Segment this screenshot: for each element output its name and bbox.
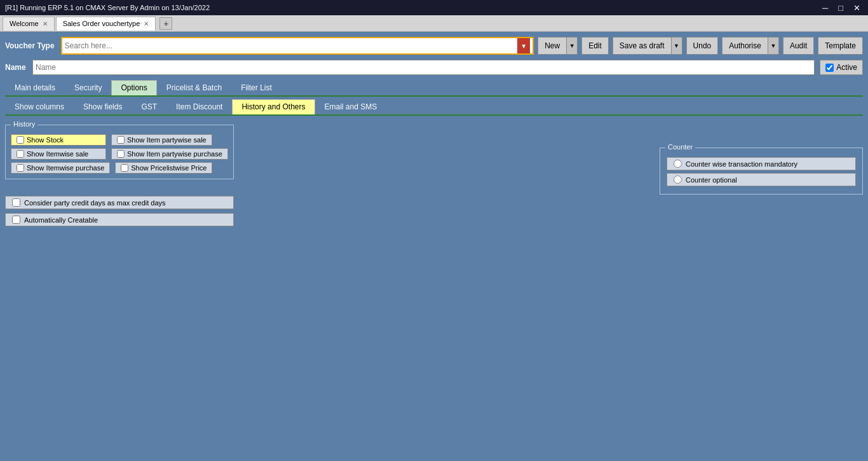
minimize-button[interactable]: ─	[820, 3, 831, 13]
cb-show-stock-input[interactable]	[17, 136, 24, 144]
cb-consider-party-credit-input[interactable]	[12, 198, 20, 207]
tab-welcome-close[interactable]: ✕	[43, 20, 48, 27]
left-panel: History Show Stock Show Item partywise s…	[5, 122, 649, 230]
tab-welcome[interactable]: Welcome ✕	[3, 17, 55, 31]
bottom-checks: Consider party credit days as max credit…	[5, 196, 649, 226]
name-label: Name	[5, 63, 27, 72]
save-as-draft-group: Save as draft ▼	[613, 37, 682, 55]
cb-auto-creatable[interactable]: Automatically Creatable	[5, 213, 234, 226]
cb-show-itemwise-sale-input[interactable]	[17, 150, 24, 158]
authorise-button[interactable]: Authorise	[722, 37, 768, 55]
cb-show-item-partywise-purchase-input[interactable]	[117, 150, 125, 158]
cb-show-itemwise-sale-label: Show Itemwise sale	[27, 150, 88, 158]
radio-counter-optional[interactable]: Counter optional	[667, 173, 856, 186]
cb-show-pricelistwise-price-input[interactable]	[121, 164, 128, 172]
template-button[interactable]: Template	[818, 37, 863, 55]
new-button[interactable]: New	[538, 37, 566, 55]
subtab-item-discount[interactable]: Item Discount	[166, 99, 232, 114]
subtab-email-sms[interactable]: Email and SMS	[315, 99, 387, 114]
maximize-button[interactable]: □	[836, 3, 846, 13]
active-label: Active	[836, 63, 857, 72]
radio-counter-optional-input[interactable]	[674, 175, 682, 184]
cb-auto-creatable-input[interactable]	[12, 216, 20, 224]
tab-pricelist-batch[interactable]: Pricelist & Batch	[157, 80, 231, 95]
radio-counter-wise-mandatory[interactable]: Counter wise transaction mandatory	[667, 157, 856, 170]
save-dropdown-arrow[interactable]: ▼	[671, 37, 682, 55]
cb-auto-creatable-label: Automatically Creatable	[24, 216, 98, 224]
toolbar: Voucher Type ▼ New ▼ Edit Save as draft …	[5, 37, 863, 55]
cb-show-item-partywise-purchase[interactable]: Show Item partywise purchase	[111, 148, 228, 160]
save-as-draft-button[interactable]: Save as draft	[613, 37, 671, 55]
close-button[interactable]: ✕	[851, 3, 863, 13]
tab-options[interactable]: Options	[111, 80, 156, 95]
history-group: History Show Stock Show Item partywise s…	[5, 125, 234, 179]
subtab-show-columns[interactable]: Show columns	[5, 99, 74, 114]
cb-show-itemwise-purchase-label: Show Itemwise purchase	[27, 164, 104, 172]
cb-show-stock-label: Show Stock	[27, 136, 64, 144]
subtab-show-fields[interactable]: Show fields	[74, 99, 132, 114]
search-dropdown-arrow[interactable]: ▼	[517, 38, 530, 53]
cb-show-stock[interactable]: Show Stock	[11, 134, 106, 146]
cb-show-itemwise-purchase[interactable]: Show Itemwise purchase	[11, 162, 110, 174]
tab-sales-order-close[interactable]: ✕	[144, 20, 149, 27]
tab-filter-list[interactable]: Filter List	[231, 80, 281, 95]
cb-show-item-partywise-sale-input[interactable]	[117, 136, 125, 144]
new-btn-group: New ▼	[538, 37, 578, 55]
title-text: [R1] Running ERP 5.1 on CMAX Server By A…	[5, 4, 210, 11]
voucher-type-label: Voucher Type	[5, 41, 55, 50]
tab-add-button[interactable]: +	[159, 17, 172, 30]
cb-show-item-partywise-sale[interactable]: Show Item partywise sale	[111, 134, 212, 146]
radio-counter-optional-label: Counter optional	[686, 176, 737, 184]
tab-security[interactable]: Security	[65, 80, 111, 95]
active-checkbox[interactable]	[825, 64, 834, 72]
name-input[interactable]	[32, 60, 815, 75]
cb-show-pricelistwise-price-label: Show Pricelistwise Price	[131, 164, 207, 172]
counter-group-title: Counter	[665, 143, 695, 151]
tab-welcome-label: Welcome	[10, 20, 39, 27]
title-bar: [R1] Running ERP 5.1 on CMAX Server By A…	[0, 0, 868, 15]
cb-show-itemwise-sale[interactable]: Show Itemwise sale	[11, 148, 106, 160]
cb-consider-party-credit[interactable]: Consider party credit days as max credit…	[5, 196, 234, 209]
counter-group: Counter Counter wise transaction mandato…	[660, 148, 863, 195]
right-panel: Counter Counter wise transaction mandato…	[660, 122, 863, 230]
audit-button[interactable]: Audit	[783, 37, 814, 55]
edit-button[interactable]: Edit	[581, 37, 609, 55]
cb-consider-party-credit-label: Consider party credit days as max credit…	[24, 199, 166, 207]
tab-bar: Welcome ✕ Sales Order vouchertype ✕ +	[0, 15, 868, 32]
tab-sales-order-label: Sales Order vouchertype	[63, 20, 140, 27]
history-group-title: History	[11, 120, 37, 128]
content-area: History Show Stock Show Item partywise s…	[5, 122, 863, 230]
voucher-type-search[interactable]: ▼	[61, 37, 534, 55]
authorise-group: Authorise ▼	[722, 37, 779, 55]
subtab-history-others[interactable]: History and Others	[232, 99, 315, 114]
main-tabs: Main details Security Options Pricelist …	[5, 80, 863, 97]
radio-counter-wise-mandatory-label: Counter wise transaction mandatory	[686, 160, 797, 168]
subtab-gst[interactable]: GST	[132, 99, 166, 114]
tab-main-details[interactable]: Main details	[5, 80, 65, 95]
sub-tabs: Show columns Show fields GST Item Discou…	[5, 97, 863, 116]
cb-show-itemwise-purchase-input[interactable]	[17, 164, 24, 172]
main-content: Voucher Type ▼ New ▼ Edit Save as draft …	[0, 32, 868, 461]
authorise-dropdown-arrow[interactable]: ▼	[768, 37, 779, 55]
search-input[interactable]	[65, 41, 518, 50]
undo-button[interactable]: Undo	[686, 37, 719, 55]
cb-show-pricelistwise-price[interactable]: Show Pricelistwise Price	[115, 162, 212, 174]
cb-show-item-partywise-sale-label: Show Item partywise sale	[127, 136, 207, 144]
tab-sales-order[interactable]: Sales Order vouchertype ✕	[56, 17, 156, 31]
name-row: Name Active	[5, 60, 863, 75]
title-bar-controls: ─ □ ✕	[820, 3, 863, 13]
new-dropdown-arrow[interactable]: ▼	[566, 37, 578, 55]
active-checkbox-container[interactable]: Active	[820, 60, 863, 75]
radio-counter-wise-mandatory-input[interactable]	[674, 160, 682, 168]
cb-show-item-partywise-purchase-label: Show Item partywise purchase	[127, 150, 222, 158]
